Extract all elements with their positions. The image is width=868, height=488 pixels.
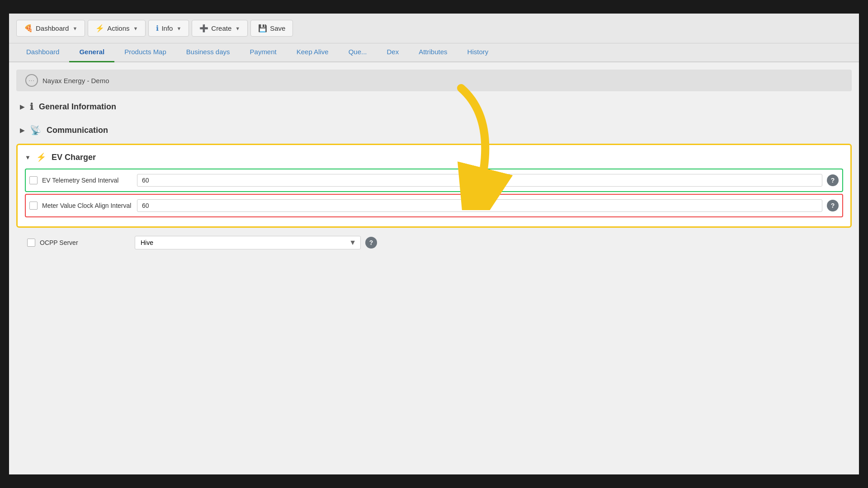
ocpp-select-wrapper: Hive Other ▼ (135, 236, 361, 249)
meter-value-label: Meter Value Clock Align Interval (42, 202, 132, 209)
general-info-chevron-icon: ▶ (20, 103, 24, 110)
telemetry-help-button[interactable]: ? (827, 174, 839, 186)
actions-label: Actions (107, 24, 129, 32)
toolbar: 🍕 Dashboard ▼ ⚡ Actions ▼ ℹ Info ▼ ➕ Cre… (9, 14, 859, 43)
info-icon: ℹ (156, 24, 159, 33)
tab-history[interactable]: History (458, 43, 499, 62)
actions-icon: ⚡ (95, 24, 104, 33)
ev-charger-section: ▼ ⚡ EV Charger EV Telemetry Send Interva… (16, 144, 852, 228)
telemetry-label: EV Telemetry Send Interval (42, 177, 132, 184)
ev-charger-header[interactable]: ▼ ⚡ EV Charger (25, 152, 843, 162)
save-label: Save (270, 24, 285, 32)
tab-payment[interactable]: Payment (240, 43, 287, 62)
tab-business-days[interactable]: Business days (176, 43, 240, 62)
communication-label: Communication (47, 126, 108, 135)
create-label: Create (211, 24, 231, 32)
dashboard-chevron-icon: ▼ (72, 26, 77, 31)
ocpp-help-button[interactable]: ? (365, 237, 377, 249)
meter-value-help-button[interactable]: ? (827, 200, 839, 211)
ocpp-row: OCPP Server Hive Other ▼ ? (16, 231, 852, 254)
dashboard-button[interactable]: 🍕 Dashboard ▼ (16, 20, 85, 37)
save-button[interactable]: 💾 Save (250, 20, 293, 37)
meter-value-checkbox[interactable] (29, 202, 38, 210)
ev-charger-label: EV Charger (52, 153, 96, 162)
communication-section: ▶ 📡 Communication (16, 120, 852, 140)
actions-button[interactable]: ⚡ Actions ▼ (88, 20, 146, 37)
tabs-bar: Dashboard General Products Map Business … (9, 43, 859, 62)
ocpp-checkbox[interactable] (27, 239, 35, 247)
ocpp-select[interactable]: Hive Other (135, 236, 361, 249)
communication-icon: 📡 (30, 125, 41, 136)
content-area: ··· Nayax Energy - Demo ▶ ℹ General Info… (9, 62, 859, 474)
telemetry-input[interactable] (137, 174, 822, 187)
tab-attributes[interactable]: Attributes (409, 43, 457, 62)
create-icon: ➕ (199, 24, 208, 33)
general-info-header[interactable]: ▶ ℹ General Information (16, 97, 852, 117)
general-info-section: ▶ ℹ General Information (16, 97, 852, 117)
info-button[interactable]: ℹ Info ▼ (148, 20, 189, 37)
meter-value-row: Meter Value Clock Align Interval ? (25, 194, 843, 217)
save-icon: 💾 (258, 24, 267, 33)
tab-general[interactable]: General (69, 43, 114, 62)
dashboard-icon: 🍕 (24, 24, 33, 33)
tab-products-map[interactable]: Products Map (114, 43, 176, 62)
tab-que[interactable]: Que... (339, 43, 377, 62)
actions-chevron-icon: ▼ (133, 26, 138, 31)
telemetry-checkbox[interactable] (29, 176, 38, 184)
info-chevron-icon: ▼ (176, 26, 181, 31)
tab-keep-alive[interactable]: Keep Alive (287, 43, 339, 62)
ev-charger-icon: ⚡ (36, 152, 46, 162)
info-label: Info (161, 24, 173, 32)
meter-value-input[interactable] (137, 199, 822, 212)
ocpp-label: OCPP Server (40, 239, 130, 246)
general-info-label: General Information (39, 102, 116, 112)
general-info-icon: ℹ (30, 101, 33, 112)
telemetry-row: EV Telemetry Send Interval ? (25, 169, 843, 192)
create-chevron-icon: ▼ (235, 26, 240, 31)
tab-dashboard[interactable]: Dashboard (16, 43, 69, 62)
communication-header[interactable]: ▶ 📡 Communication (16, 120, 852, 140)
create-button[interactable]: ➕ Create ▼ (192, 20, 248, 37)
tab-dex[interactable]: Dex (377, 43, 409, 62)
ev-charger-chevron-icon: ▼ (25, 154, 31, 161)
breadcrumb-text: Nayax Energy - Demo (42, 77, 109, 84)
communication-chevron-icon: ▶ (20, 127, 24, 134)
breadcrumb: ··· Nayax Energy - Demo (16, 70, 852, 91)
dashboard-label: Dashboard (36, 24, 69, 32)
dots-icon: ··· (25, 74, 38, 87)
